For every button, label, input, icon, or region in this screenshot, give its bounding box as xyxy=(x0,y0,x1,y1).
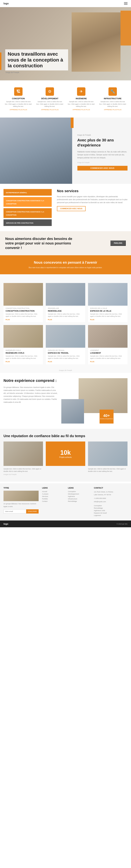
grid-service-item: ESPACES DE TRAVAIL ESPACES DE TRAVAIL Sa… xyxy=(46,325,85,364)
cta-button[interactable]: PARLONS xyxy=(110,241,126,246)
footer-link[interactable]: Remodelage xyxy=(94,507,128,509)
grid-service-link[interactable]: PLUS xyxy=(90,361,125,363)
reputation-stat-label: Projets achevés xyxy=(59,456,72,458)
about-cta-button[interactable]: COMMENCER AVEC NOUS xyxy=(77,166,128,170)
grid-services: CONCEPTION-CONSTRUCTION CONCEPTION-CONST… xyxy=(0,278,131,370)
grid-service-content: ESPACES DE LA VILLE ESPACES DE LA VILLE … xyxy=(88,306,128,322)
reputation-stat-box: 10k Projets achevés xyxy=(46,441,85,466)
footer-email-input[interactable] xyxy=(3,509,26,514)
features-section: 🏗 CONCEPTION Sample text. Click to selec… xyxy=(0,81,131,114)
service-item[interactable]: SERVICES DE PRÉ-CONSTRUCTION xyxy=(3,219,52,226)
hamburger-line xyxy=(124,2,128,3)
grid-service-title: LOGEMENT xyxy=(90,352,125,354)
feature-icon: 🏗 xyxy=(14,87,23,96)
footer-col2-title: LIENS xyxy=(42,487,64,489)
grid-service-text: Sample text. Click to select the text bo… xyxy=(90,313,125,318)
grid-service-tag: LOGEMENT xyxy=(90,349,125,351)
grid-service-title: REMODELAGE xyxy=(48,310,83,312)
footer-link[interactable]: Logement xyxy=(94,515,128,516)
feature-icon: ⚙ xyxy=(46,87,54,96)
grid-service-link[interactable]: PLUS xyxy=(48,361,83,363)
hamburger-line xyxy=(124,3,128,4)
footer-link[interactable]: Développement xyxy=(68,493,90,495)
footer-link[interactable]: Ingénieurs civils xyxy=(94,510,128,512)
about-text: Habitante monte tristique senectus et. N… xyxy=(77,150,128,159)
feature-link[interactable]: APPRENEZ PLUS PLUS xyxy=(99,109,126,111)
grid-service-item: REMODELAGE REMODELAGE Sample text. Click… xyxy=(46,283,85,322)
reputation-photo-1 xyxy=(3,441,43,466)
grid-service-title: ESPACES DE LA VILLE xyxy=(90,310,125,312)
grid-service-photo xyxy=(3,283,43,306)
grid-service-title: INGÉNIEURS CIVILS xyxy=(6,352,41,354)
service-item[interactable]: ENTREPRENEUR GÉNÉRAL xyxy=(3,189,52,196)
hero-photo xyxy=(72,12,121,72)
footer-col-2: LIENS AccueilÀ proposServicesPortfolioCo… xyxy=(42,487,64,517)
footer-link[interactable]: Remodelage xyxy=(68,500,90,502)
footer-link[interactable]: Conception xyxy=(68,491,90,492)
service-item-label: SERVICES DE PRÉ-CONSTRUCTION xyxy=(6,222,33,224)
feature-link[interactable]: APPRENEZ PLUS PLUS xyxy=(5,109,32,111)
grid-service-tag: REMODELAGE xyxy=(48,307,83,309)
grid-service-content: CONCEPTION-CONSTRUCTION CONCEPTION-CONST… xyxy=(3,306,43,322)
about-tag: Image de Freepik xyxy=(77,134,128,136)
hero-orange-accent-left xyxy=(0,53,1,70)
grid-service-link[interactable]: PLUS xyxy=(48,319,83,320)
about-image-inner xyxy=(0,118,72,184)
footer-col3-title: LIENS xyxy=(68,487,90,489)
thinking-text: Bus nam truss alias in reprehenderit in … xyxy=(22,266,109,269)
service-item[interactable]: CONCEPTION CONSTRUCTION-ASSISTANCE À LA … xyxy=(3,208,52,218)
feature-link[interactable]: APPRENEZ PLUS PLUS xyxy=(68,109,95,111)
footer-subscribe: S'INSCRIRE xyxy=(3,509,38,514)
grid-service-item: CONCEPTION-CONSTRUCTION CONCEPTION-CONST… xyxy=(3,283,43,322)
footer-link[interactable]: Contact xyxy=(42,500,64,502)
footer-link[interactable]: Services xyxy=(42,496,64,497)
footer-link[interactable]: Infrastructure xyxy=(68,498,90,500)
service-item-label: CONCEPTION CONSTRUCTION-ASSISTANCE À LA … xyxy=(6,200,44,205)
grid-service-link[interactable]: PLUS xyxy=(6,319,41,320)
hero-photo-inner xyxy=(72,12,121,72)
footer-col-1: TITRE Un groupe bâtisseur. Nos ressource… xyxy=(3,487,38,517)
reputation-stat-num: 10k xyxy=(60,449,71,456)
grid-service-photo xyxy=(46,325,85,348)
hamburger-line xyxy=(124,4,128,5)
services-section: ENTREPRENEUR GÉNÉRALCONCEPTION CONSTRUCT… xyxy=(0,186,131,229)
grid-service-link[interactable]: PLUS xyxy=(90,319,125,320)
hamburger-menu[interactable] xyxy=(124,2,128,5)
logo[interactable]: logo xyxy=(3,2,9,5)
experience-small-photo xyxy=(61,399,84,424)
grid-service-photo xyxy=(88,325,128,348)
about-orange-bar xyxy=(71,118,74,128)
footer-link[interactable]: Ingénierie xyxy=(68,496,90,497)
feature-text: Sample text. Click to select the text bo… xyxy=(68,101,95,108)
footer-col2-list: AccueilÀ proposServicesPortfolioContact xyxy=(42,491,64,502)
footer-phone: +1-800-000-0000 xyxy=(94,497,128,500)
feature-item: 🔧 INFRASTRUCTURE Sample text. Click to s… xyxy=(98,86,128,112)
footer-logo[interactable]: logo xyxy=(3,523,8,525)
services-title: Nos services xyxy=(57,189,128,193)
feature-title: DÉVELOPPEMENT xyxy=(36,97,63,99)
services-cta-button[interactable]: COMMENCER AVEC NOUS xyxy=(57,206,85,211)
footer-col3-list: ConceptionDéveloppementIngénierieInfrast… xyxy=(68,491,90,502)
footer-link[interactable]: À propos xyxy=(42,493,64,495)
experience-text: Un groupe bâtisseur. Nos ressources s'av… xyxy=(3,386,58,404)
hero-caption: Image de Freepik xyxy=(5,71,68,73)
reputation-section: Une réputation de confiance bâtie au fil… xyxy=(0,429,131,482)
feature-title: INGÉNIERIE xyxy=(68,97,95,99)
grid-service-link[interactable]: PLUS xyxy=(6,361,41,363)
thinking-title: Nous concevons en pensant à l'avenir xyxy=(5,260,126,265)
footer-link[interactable]: Accueil xyxy=(42,491,64,492)
footer-link[interactable]: Conception xyxy=(94,505,128,506)
grid-service-photo xyxy=(46,283,85,306)
footer-email: info@mysite.com xyxy=(94,500,128,503)
footer-thumb xyxy=(3,491,38,501)
footer-link[interactable]: Portfolio xyxy=(42,498,64,500)
footer-subscribe-button[interactable]: S'INSCRIRE xyxy=(26,509,38,514)
grid-service-photo xyxy=(3,325,43,348)
feature-item: ⚙ DÉVELOPPEMENT Sample text. Click to se… xyxy=(35,86,64,112)
feature-link[interactable]: APPRENEZ PLUS PLUS xyxy=(36,109,63,111)
footer-col-4: CONTACT 141 Rock Street, 21 Riviera Lake… xyxy=(94,487,128,517)
footer-link[interactable]: Espaces de travail xyxy=(94,512,128,514)
grid-service-content: INGÉNIEURS CIVILS INGÉNIEURS CIVILS Samp… xyxy=(3,348,43,364)
services-list: ENTREPRENEUR GÉNÉRALCONCEPTION CONSTRUCT… xyxy=(3,189,52,226)
service-item[interactable]: CONCEPTION CONSTRUCTION-ASSISTANCE À LA … xyxy=(3,197,52,207)
